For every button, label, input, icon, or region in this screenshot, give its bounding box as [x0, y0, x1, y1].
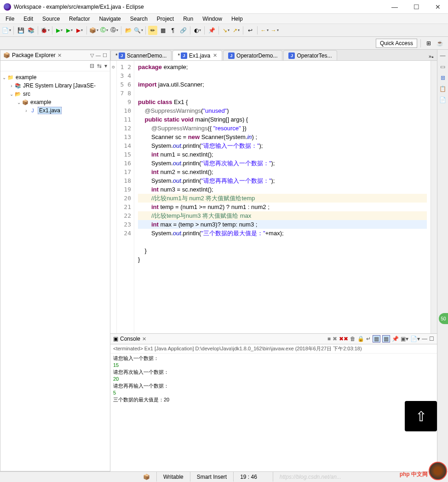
- java-file-icon: J: [119, 52, 125, 59]
- tree-src[interactable]: ⌄📂src: [1, 90, 109, 98]
- outline-view-icon[interactable]: 📄: [439, 97, 446, 103]
- word-wrap-button[interactable]: ↵: [366, 336, 371, 342]
- remove-launch-button[interactable]: ✖: [333, 336, 337, 342]
- menu-search[interactable]: Search: [126, 15, 151, 23]
- console-tab[interactable]: ▣ Console ✕ ■ ✖ ✖✖ 🗑 🔒 ↵ ▦ ▦ 📌 ▣▾ 📄▾ — ☐: [110, 334, 437, 344]
- open-console-button[interactable]: 📄▾: [410, 336, 420, 342]
- toggle-breadcrumb-button[interactable]: 🔗: [178, 26, 188, 35]
- close-button[interactable]: ✕: [431, 2, 444, 12]
- editor-tab[interactable]: JOperatorDemo...: [223, 50, 282, 60]
- tab-label: Ex1.java: [189, 52, 210, 59]
- prev-annotation-button[interactable]: ↗: [231, 26, 241, 35]
- last-edit-button[interactable]: ↩: [246, 26, 255, 35]
- menu-project[interactable]: Project: [153, 15, 178, 23]
- minimize-button[interactable]: —: [388, 2, 402, 12]
- clear-console-button[interactable]: 🗑: [350, 336, 356, 342]
- editor-tab[interactable]: JEx1.java✕: [172, 50, 222, 60]
- tab-label: OperatorDemo...: [236, 52, 277, 59]
- maximize-view-icon[interactable]: ☐: [103, 52, 107, 58]
- menu-source[interactable]: Source: [39, 15, 63, 23]
- view-menu-icon[interactable]: ▽: [90, 52, 94, 58]
- debug-button[interactable]: 🐞: [40, 26, 50, 35]
- run-button[interactable]: ▶: [55, 26, 64, 35]
- menu-help[interactable]: Help: [228, 15, 247, 23]
- run-last-button[interactable]: ▶: [75, 26, 84, 35]
- console-output[interactable]: 请您输入一个数据： 15 请您再次输入一个数据： 20 请您再再输入一个数据： …: [110, 354, 437, 471]
- java-file-icon: J: [288, 52, 295, 59]
- new-button[interactable]: 📄: [2, 26, 11, 35]
- code-area[interactable]: package example; import java.util.Scanne…: [134, 61, 431, 333]
- tab-label: ScannerDemo...: [127, 52, 167, 59]
- task-list-icon[interactable]: 📋: [439, 86, 446, 92]
- min-console-button[interactable]: —: [422, 336, 427, 342]
- max-console-button[interactable]: ☐: [429, 336, 434, 342]
- annotation-column[interactable]: ⊖: [110, 61, 117, 333]
- menu-file[interactable]: File: [2, 15, 18, 23]
- main-area: 📦 Package Explorer ✕ ▽ — ☐ ⊟ ⇆ ▾ ⌄📁examp…: [0, 50, 448, 471]
- view-menu-button[interactable]: ▾: [104, 63, 107, 69]
- project-tree[interactable]: ⌄📁example ›📚JRE System Library [JavaSE- …: [0, 71, 110, 471]
- editor-tab[interactable]: JScannerDemo...: [110, 50, 172, 60]
- coverage-button[interactable]: ▶: [65, 26, 74, 35]
- show-on-out-button[interactable]: ▦: [373, 335, 380, 343]
- minimize-view-icon[interactable]: —: [96, 52, 101, 58]
- new-class-button[interactable]: Ⓒ: [99, 26, 109, 35]
- link-editor-icon[interactable]: ⇆: [97, 63, 102, 69]
- status-position: 19 : 46: [233, 472, 264, 482]
- more-tabs-button[interactable]: »₄: [425, 52, 437, 60]
- save-button[interactable]: 💾: [16, 26, 25, 35]
- minimize-trim-icon[interactable]: —: [440, 52, 446, 59]
- next-annotation-button[interactable]: ↘: [221, 26, 230, 35]
- editor-area: JScannerDemo...JEx1.java✕JOperatorDemo..…: [110, 50, 437, 471]
- menu-run[interactable]: Run: [179, 15, 197, 23]
- terminate-button[interactable]: ■: [327, 336, 331, 342]
- save-all-button[interactable]: 📚: [26, 26, 35, 35]
- search-button[interactable]: 🔍: [134, 26, 143, 35]
- tree-jre[interactable]: ›📚JRE System Library [JavaSE-: [1, 81, 109, 90]
- back-button[interactable]: ←: [260, 26, 269, 35]
- close-console-icon[interactable]: ✕: [142, 336, 146, 342]
- editor-tab[interactable]: JOperatorTes...: [283, 50, 337, 60]
- collapse-all-icon[interactable]: ⊟: [90, 63, 94, 69]
- menu-window[interactable]: Window: [199, 15, 226, 23]
- pin-console-button[interactable]: 📌: [392, 336, 399, 342]
- package-explorer-tab[interactable]: 📦 Package Explorer ✕ ▽ — ☐: [0, 50, 110, 61]
- show-whitespace-button[interactable]: ¶: [168, 26, 178, 35]
- open-type-button[interactable]: 📂: [124, 26, 133, 35]
- pin-button[interactable]: 📌: [207, 26, 216, 35]
- scroll-lock-button[interactable]: 🔒: [357, 336, 364, 342]
- new-package-button[interactable]: 📦: [89, 26, 98, 35]
- menu-navigate[interactable]: Navigate: [95, 15, 124, 23]
- window-title: Workspace - example/src/example/Ex1.java…: [14, 4, 388, 10]
- show-on-err-button[interactable]: ▦: [382, 335, 390, 343]
- annotation-nav-button[interactable]: ◐: [193, 26, 202, 35]
- perspective-toolbar: Quick Access ⊞ ☕: [0, 37, 448, 50]
- menu-edit[interactable]: Edit: [20, 15, 37, 23]
- java-perspective-button[interactable]: ☕: [435, 39, 444, 48]
- restore-trim-icon[interactable]: ▭: [440, 64, 445, 70]
- toggle-mark-button[interactable]: ✏: [148, 26, 157, 35]
- quick-access[interactable]: Quick Access: [376, 39, 417, 48]
- package-explorer: 📦 Package Explorer ✕ ▽ — ☐ ⊟ ⇆ ▾ ⌄📁examp…: [0, 50, 110, 471]
- display-console-button[interactable]: ▣▾: [401, 336, 408, 342]
- line-gutter[interactable]: 1 2 3 4 5 6 7 8 9 10 11 12 13 14 15 16 1…: [117, 61, 134, 333]
- overview-ruler[interactable]: [431, 61, 437, 333]
- tree-project[interactable]: ⌄📁example: [1, 73, 109, 81]
- upload-badge[interactable]: ⇧: [405, 401, 437, 431]
- console-view: ▣ Console ✕ ■ ✖ ✖✖ 🗑 🔒 ↵ ▦ ▦ 📌 ▣▾ 📄▾ — ☐…: [110, 333, 437, 471]
- new-type-button[interactable]: Ⓖ: [109, 26, 119, 35]
- close-view-icon[interactable]: ✕: [57, 52, 62, 58]
- console-icon: ▣: [113, 336, 118, 342]
- outline-icon[interactable]: ⊞: [441, 75, 445, 81]
- remove-all-button[interactable]: ✖✖: [339, 336, 348, 342]
- toggle-block-button[interactable]: ▦: [158, 26, 167, 35]
- side-badge[interactable]: 50: [439, 313, 448, 324]
- open-perspective-button[interactable]: ⊞: [424, 39, 433, 48]
- maximize-button[interactable]: ☐: [410, 2, 423, 12]
- menu-refactor[interactable]: Refactor: [65, 15, 93, 23]
- avatar-badge[interactable]: [429, 462, 447, 480]
- tree-package[interactable]: ⌄📦example: [1, 98, 109, 106]
- close-tab-icon[interactable]: ✕: [213, 52, 217, 58]
- tree-file[interactable]: ›JEx1.java: [1, 106, 109, 115]
- forward-button[interactable]: →: [270, 26, 279, 35]
